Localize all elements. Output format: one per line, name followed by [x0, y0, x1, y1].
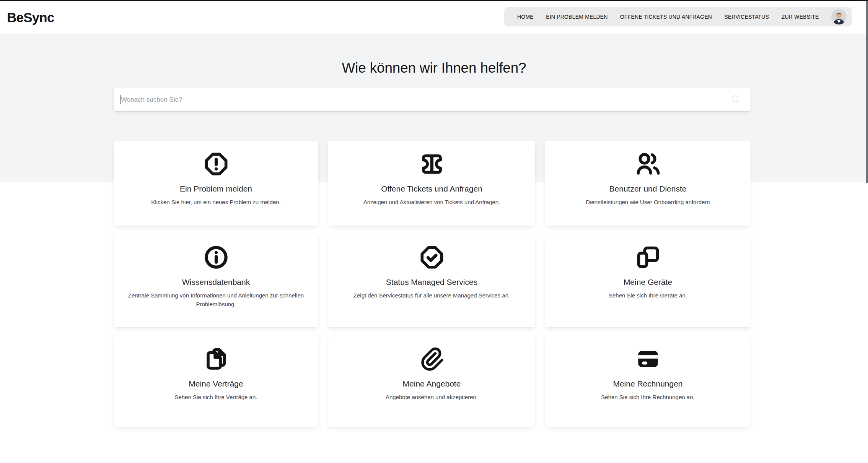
card-title: Meine Verträge — [189, 379, 243, 389]
card-title: Meine Geräte — [624, 277, 672, 287]
user-avatar[interactable] — [831, 9, 847, 24]
card-description: Anzeigen und Aktualisieren von Tickets u… — [363, 198, 500, 207]
ticket-icon — [419, 151, 445, 177]
card-users-services[interactable]: Benutzer und Dienste Dienstleistungen wi… — [545, 141, 751, 226]
page-title: Wie können wir Ihnen helfen? — [0, 60, 868, 76]
nav-item-to-website[interactable]: ZUR WEBSITE — [782, 14, 819, 20]
card-title: Wissensdatenbank — [182, 277, 250, 287]
card-my-devices[interactable]: Meine Geräte Sehen Sie sich Ihre Geräte … — [545, 234, 751, 327]
card-title: Meine Angebote — [403, 379, 461, 389]
card-title: Ein Problem melden — [180, 184, 252, 194]
card-description: Zeigt den Servicestatus für alle unsere … — [353, 291, 510, 300]
card-my-contracts[interactable]: Meine Verträge Sehen Sie sich Ihre Vertr… — [114, 336, 318, 427]
copy-documents-icon — [203, 346, 230, 372]
nav-item-home[interactable]: HOME — [517, 14, 534, 20]
nav-item-report-problem[interactable]: EIN PROBLEM MELDEN — [546, 14, 608, 20]
text-caret — [120, 95, 121, 104]
card-description: Angebote ansehen und akzeptieren. — [386, 393, 478, 402]
paperclip-icon — [419, 346, 445, 372]
card-description: Sehen Sie sich Ihre Geräte an. — [609, 291, 687, 300]
check-octagon-icon — [419, 244, 445, 271]
card-knowledge-base[interactable]: Wissensdatenbank Zentrale Sammlung von I… — [114, 234, 318, 327]
besync-logo[interactable]: BeSync — [7, 10, 54, 25]
card-title: Meine Rechnungen — [613, 379, 682, 389]
card-description: Sehen Sie sich Ihre Rechnungen an. — [601, 393, 694, 402]
credit-card-icon — [635, 346, 661, 372]
card-description: Dienstleistungen wie User Onboarding anf… — [586, 198, 710, 207]
nav-item-open-tickets[interactable]: OFFENE TICKETS UND ANFRAGEN — [620, 14, 712, 20]
quick-actions-grid: Ein Problem melden Klicken Sie hier, um … — [114, 141, 751, 427]
header: BeSync HOME EIN PROBLEM MELDEN OFFENE TI… — [0, 1, 868, 34]
card-report-problem[interactable]: Ein Problem melden Klicken Sie hier, um … — [114, 141, 318, 226]
users-icon — [635, 151, 661, 177]
card-my-offers[interactable]: Meine Angebote Angebote ansehen und akze… — [328, 336, 535, 427]
devices-icon — [635, 244, 661, 271]
alert-octagon-icon — [203, 151, 230, 177]
card-title: Offene Tickets und Anfragen — [381, 184, 482, 194]
card-title: Status Managed Services — [386, 277, 477, 287]
card-description: Sehen Sie sich Ihre Verträge an. — [175, 393, 257, 402]
search-input[interactable] — [114, 88, 751, 111]
avatar-photo — [831, 9, 847, 24]
info-circle-icon — [203, 244, 230, 271]
search-bar — [114, 88, 751, 111]
card-description: Klicken Sie hier, um ein neues Problem z… — [151, 198, 281, 207]
card-title: Benutzer und Dienste — [609, 184, 687, 194]
card-description: Zentrale Sammlung von Informationen und … — [124, 291, 308, 309]
vertical-scrollbar[interactable] — [866, 1, 868, 183]
card-my-invoices[interactable]: Meine Rechnungen Sehen Sie sich Ihre Rec… — [545, 336, 751, 427]
nav-item-service-status[interactable]: SERVICESTATUS — [724, 14, 769, 20]
main-navigation: HOME EIN PROBLEM MELDEN OFFENE TICKETS U… — [504, 7, 852, 26]
card-open-tickets[interactable]: Offene Tickets und Anfragen Anzeigen und… — [328, 141, 535, 226]
card-managed-services-status[interactable]: Status Managed Services Zeigt den Servic… — [328, 234, 535, 327]
search-icon — [730, 94, 741, 105]
